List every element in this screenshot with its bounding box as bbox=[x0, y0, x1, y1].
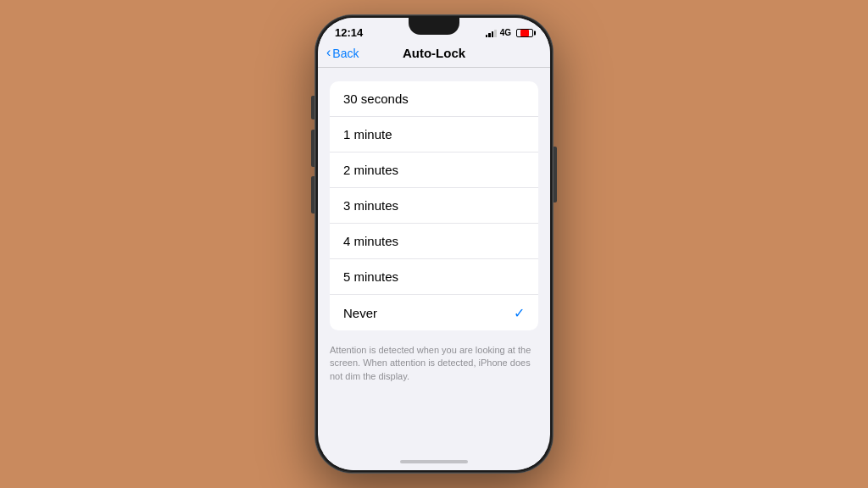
phone-frame: 12:14 4G ‹ bbox=[315, 15, 553, 473]
autolock-options-group: 30 seconds1 minute2 minutes3 minutes4 mi… bbox=[330, 81, 538, 330]
autolock-row-1m[interactable]: 1 minute bbox=[330, 117, 538, 152]
network-type: 4G bbox=[500, 28, 511, 37]
autolock-label-30s: 30 seconds bbox=[343, 92, 409, 106]
home-bar bbox=[400, 460, 468, 463]
autolock-row-30s[interactable]: 30 seconds bbox=[330, 81, 538, 117]
footer-note: Attention is detected when you are looki… bbox=[318, 339, 550, 383]
status-time: 12:14 bbox=[335, 26, 363, 39]
phone-screen: 12:14 4G ‹ bbox=[318, 18, 550, 470]
autolock-label-1m: 1 minute bbox=[343, 127, 392, 141]
battery-fill bbox=[520, 30, 530, 36]
status-icons: 4G bbox=[486, 28, 533, 37]
phone-wrapper: 12:14 4G ‹ bbox=[315, 15, 553, 473]
signal-bar-2 bbox=[488, 33, 491, 37]
signal-icon bbox=[486, 29, 497, 37]
autolock-row-5m[interactable]: 5 minutes bbox=[330, 259, 538, 295]
signal-bar-1 bbox=[486, 35, 488, 37]
volume-down-button bbox=[311, 176, 314, 214]
nav-bar: ‹ Back Auto-Lock bbox=[318, 42, 550, 68]
back-button[interactable]: ‹ Back bbox=[326, 47, 359, 60]
notch bbox=[409, 18, 459, 35]
content-area: 30 seconds1 minute2 minutes3 minutes4 mi… bbox=[318, 68, 550, 453]
power-button bbox=[554, 147, 557, 202]
signal-bar-4 bbox=[494, 30, 497, 37]
volume-up-button bbox=[311, 130, 314, 167]
back-label: Back bbox=[332, 47, 359, 60]
autolock-label-never: Never bbox=[343, 306, 377, 320]
signal-bar-3 bbox=[492, 31, 494, 37]
back-chevron-icon: ‹ bbox=[326, 46, 331, 59]
autolock-row-2m[interactable]: 2 minutes bbox=[330, 152, 538, 188]
home-indicator bbox=[318, 453, 550, 470]
mute-button bbox=[311, 96, 314, 119]
autolock-label-4m: 4 minutes bbox=[343, 234, 398, 248]
autolock-label-5m: 5 minutes bbox=[343, 269, 398, 284]
battery-icon bbox=[516, 29, 533, 37]
checkmark-icon: ✓ bbox=[514, 305, 525, 321]
autolock-label-3m: 3 minutes bbox=[343, 198, 398, 213]
autolock-row-4m[interactable]: 4 minutes bbox=[330, 224, 538, 259]
autolock-label-2m: 2 minutes bbox=[343, 163, 398, 177]
autolock-row-never[interactable]: Never✓ bbox=[330, 295, 538, 330]
page-title: Auto-Lock bbox=[403, 46, 465, 60]
autolock-row-3m[interactable]: 3 minutes bbox=[330, 188, 538, 224]
status-bar: 12:14 4G bbox=[318, 18, 550, 42]
